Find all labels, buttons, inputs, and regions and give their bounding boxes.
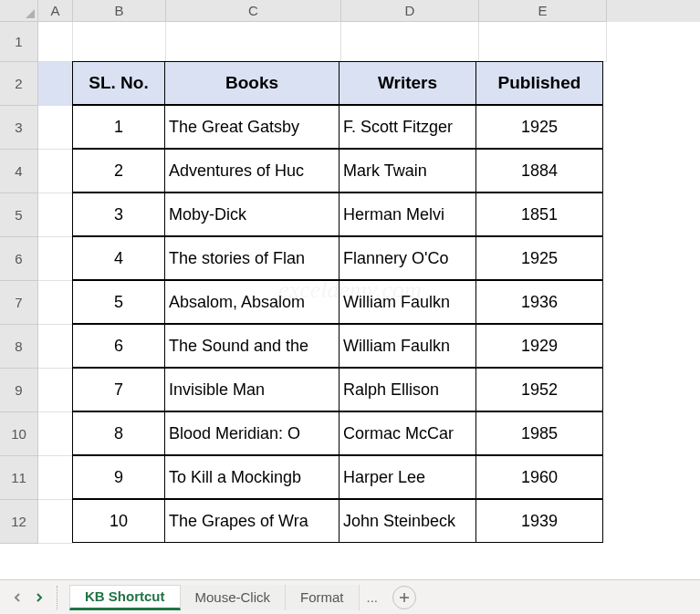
table-cell[interactable]: 7 — [72, 368, 165, 411]
cell[interactable] — [73, 22, 166, 62]
table-cell[interactable]: 1884 — [475, 149, 603, 193]
row-header[interactable]: 10 — [0, 412, 38, 456]
table-cell[interactable]: The Great Gatsby — [164, 105, 340, 149]
cell[interactable] — [479, 22, 607, 62]
table-cell[interactable]: Harper Lee — [339, 455, 476, 499]
table-cell[interactable]: 6 — [72, 324, 165, 368]
table-cell[interactable]: 1936 — [475, 280, 603, 324]
cell[interactable] — [38, 281, 73, 325]
column-header[interactable]: D — [341, 0, 479, 22]
table-cell[interactable]: 5 — [72, 280, 165, 324]
row-header[interactable]: 12 — [0, 500, 38, 544]
table-cell[interactable]: The stories of Flan — [164, 236, 340, 280]
cell-grid: SL. No. Books Writers Published 1 The Gr… — [38, 22, 607, 544]
cell[interactable] — [38, 22, 73, 62]
row-headers: 1 2 3 4 5 6 7 8 9 10 11 12 — [0, 22, 38, 544]
row-header[interactable]: 4 — [0, 150, 38, 193]
new-sheet-button[interactable] — [392, 586, 416, 609]
table-cell[interactable]: 3 — [72, 193, 165, 236]
header-cell-published[interactable]: Published — [475, 61, 603, 105]
cell[interactable] — [38, 369, 73, 412]
header-cell-books[interactable]: Books — [164, 61, 340, 105]
table-cell[interactable]: To Kill a Mockingb — [164, 455, 340, 499]
plus-icon — [399, 592, 410, 603]
cell[interactable] — [38, 193, 73, 237]
select-all-corner[interactable] — [0, 0, 38, 22]
table-cell[interactable]: 1925 — [475, 105, 603, 149]
table-cell[interactable]: Cormac McCar — [339, 411, 476, 455]
row-header[interactable]: 3 — [0, 106, 38, 150]
column-header[interactable]: A — [38, 0, 73, 22]
cell[interactable] — [38, 62, 73, 106]
row-header[interactable]: 1 — [0, 22, 38, 62]
cell[interactable] — [38, 325, 73, 369]
table-cell[interactable]: Flannery O'Co — [339, 236, 476, 280]
table-cell[interactable]: Mark Twain — [339, 149, 476, 193]
sheet-tab[interactable]: Format — [286, 585, 360, 610]
table-cell[interactable]: 1929 — [475, 324, 603, 368]
sheet-tab-strip: KB Shortcut Mouse-Click Format ... — [0, 579, 700, 614]
row-header[interactable]: 11 — [0, 456, 38, 500]
header-cell-writers[interactable]: Writers — [339, 61, 476, 105]
table-cell[interactable]: Ralph Ellison — [339, 368, 476, 411]
tab-nav-prev[interactable] — [7, 588, 27, 608]
tab-nav-next[interactable] — [29, 588, 49, 608]
table-cell[interactable]: Invisible Man — [164, 368, 340, 411]
cell[interactable] — [38, 412, 73, 456]
table-cell[interactable]: The Grapes of Wra — [164, 499, 340, 543]
cell[interactable] — [38, 456, 73, 500]
table-cell[interactable]: Herman Melvi — [339, 193, 476, 236]
cell[interactable] — [341, 22, 479, 62]
column-header[interactable]: C — [166, 0, 341, 22]
tab-divider — [57, 586, 66, 609]
table-cell[interactable]: Blood Meridian: O — [164, 411, 340, 455]
sheet-tab-active[interactable]: KB Shortcut — [69, 585, 181, 610]
table-cell[interactable]: 1952 — [475, 368, 603, 411]
column-headers: A B C D E — [38, 0, 700, 22]
table-cell[interactable]: 1 — [72, 105, 165, 149]
row-header[interactable]: 9 — [0, 369, 38, 412]
column-header[interactable]: B — [73, 0, 166, 22]
sheet-tab-more[interactable]: ... — [360, 589, 386, 605]
table-cell[interactable]: 1960 — [475, 455, 603, 499]
table-cell[interactable]: Absalom, Absalom — [164, 280, 340, 324]
cell[interactable] — [38, 150, 73, 193]
table-cell[interactable]: 1939 — [475, 499, 603, 543]
table-cell[interactable]: 4 — [72, 236, 165, 280]
cell[interactable] — [38, 237, 73, 281]
table-cell[interactable]: 2 — [72, 149, 165, 193]
row-header[interactable]: 6 — [0, 237, 38, 281]
table-cell[interactable]: 8 — [72, 411, 165, 455]
table-cell[interactable]: John Steinbeck — [339, 499, 476, 543]
table-cell[interactable]: William Faulkn — [339, 324, 476, 368]
table-cell[interactable]: Adventures of Huc — [164, 149, 340, 193]
table-cell[interactable]: Moby-Dick — [164, 193, 340, 236]
table-cell[interactable]: 1851 — [475, 193, 603, 236]
table-cell[interactable]: The Sound and the — [164, 324, 340, 368]
cell[interactable] — [38, 500, 73, 544]
row-header[interactable]: 5 — [0, 193, 38, 237]
worksheet-area: A B C D E 1 2 3 4 5 6 7 8 9 10 11 12 SL.… — [0, 0, 700, 579]
table-cell[interactable]: 9 — [72, 455, 165, 499]
column-header[interactable]: E — [479, 0, 607, 22]
table-cell[interactable]: 10 — [72, 499, 165, 543]
header-cell-sl[interactable]: SL. No. — [72, 61, 165, 105]
row-header[interactable]: 7 — [0, 281, 38, 325]
table-cell[interactable]: 1985 — [475, 411, 603, 455]
row-header[interactable]: 2 — [0, 62, 38, 106]
sheet-tab[interactable]: Mouse-Click — [181, 585, 287, 610]
row-header[interactable]: 8 — [0, 325, 38, 369]
cell[interactable] — [38, 106, 73, 150]
table-cell[interactable]: William Faulkn — [339, 280, 476, 324]
cell[interactable] — [166, 22, 341, 62]
table-cell[interactable]: 1925 — [475, 236, 603, 280]
table-cell[interactable]: F. Scott Fitzger — [339, 105, 476, 149]
